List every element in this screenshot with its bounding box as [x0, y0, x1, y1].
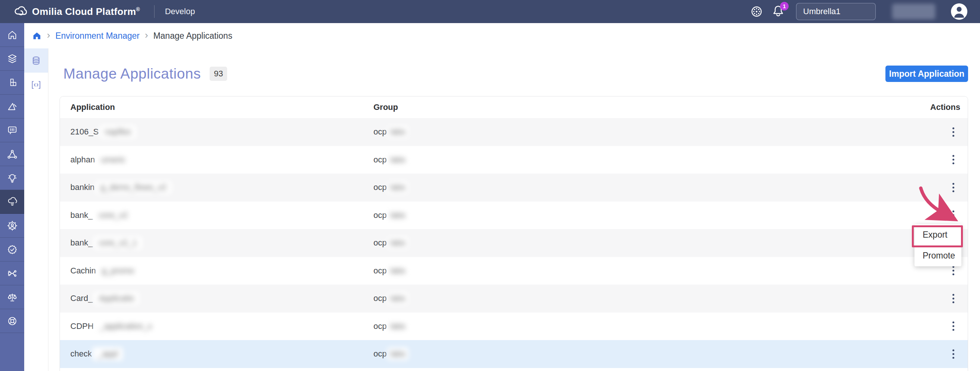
topbar-actions: 1 Umbrella1	[748, 3, 967, 20]
table-row[interactable]: CDPH_application_x ocplabs	[60, 312, 968, 341]
table-row-highlighted[interactable]: check_appl ocplabs	[60, 340, 968, 368]
redacted-text: labs	[387, 126, 408, 138]
topbar-divider	[154, 5, 154, 18]
table-row[interactable]: alphanumeric ocplabs	[60, 146, 968, 174]
group-name: ocp	[374, 293, 387, 303]
table-row[interactable]: Card_Applicatio ocplabs	[60, 285, 968, 312]
brand-title: Omilia Cloud Platform®	[32, 6, 140, 18]
breadcrumb-current-page: Manage Applications	[153, 31, 232, 41]
breadcrumb-home-icon[interactable]	[32, 31, 42, 41]
applications-table: Application Group Actions 2106_Snapfles …	[60, 96, 968, 371]
account-avatar[interactable]	[951, 3, 967, 20]
sidebar-item-quality-badge[interactable]	[0, 238, 24, 261]
cloud-logo-icon	[13, 5, 27, 19]
breadcrumb-chevron: ›	[47, 30, 50, 40]
redacted-text: labs	[387, 209, 408, 221]
row-actions-menu-button[interactable]	[950, 125, 957, 139]
application-name: bank_	[70, 210, 93, 220]
column-header-application: Application	[60, 102, 374, 112]
lightbulb-icon	[7, 172, 18, 184]
redacted-text: labs	[387, 153, 408, 166]
table-row[interactable]: Caching_promo ocplabs	[60, 257, 968, 285]
sidebar-item-cloud-deploy[interactable]	[0, 190, 24, 214]
context-menu-item-promote[interactable]: Promote	[915, 245, 961, 266]
sidebar-item-support[interactable]	[0, 309, 24, 333]
redacted-text: labs	[387, 347, 408, 360]
subnav-item-database[interactable]	[24, 48, 48, 73]
row-actions-menu-button[interactable]	[950, 208, 957, 222]
redacted-text: g_demo_flows_v2	[95, 181, 172, 194]
table-row[interactable]: bank_core_v2 ocplabs	[60, 202, 968, 229]
row-actions-menu-button[interactable]	[950, 181, 957, 194]
page-header: Manage Applications 93 Import Applicatio…	[63, 65, 968, 82]
import-application-button[interactable]: Import Application	[885, 65, 968, 82]
redacted-text: umeric	[96, 153, 131, 167]
redacted-text: core_v2	[94, 209, 133, 222]
redacted-text: Applicatio	[94, 291, 139, 305]
row-actions-menu-button[interactable]	[950, 153, 957, 167]
application-name: Card_	[70, 293, 93, 303]
redacted-text: napfles	[99, 125, 136, 139]
sidebar-item-compliance[interactable]	[0, 285, 24, 309]
column-header-group: Group	[374, 102, 896, 112]
redacted-text: labs	[387, 181, 408, 194]
sidebar-item-user-settings[interactable]	[0, 214, 24, 238]
tenant-selector[interactable]: Umbrella1	[796, 3, 876, 20]
column-header-actions: Actions	[896, 102, 968, 112]
group-name: ocp	[374, 322, 387, 331]
context-menu-item-export[interactable]: Export	[915, 224, 961, 245]
sidebar-item-home[interactable]	[0, 23, 24, 47]
table-row[interactable]: bank_core_v2_1 ocplabs	[60, 229, 968, 257]
applications-count-badge: 93	[210, 67, 227, 81]
table-row[interactable]: 2106_Snapfles ocplabs	[60, 118, 968, 146]
breadcrumb: › Environment Manager › Manage Applicati…	[24, 23, 980, 48]
group-name: ocp	[374, 238, 387, 248]
top-navbar: Omilia Cloud Platform® Develop	[0, 0, 980, 23]
group-name: ocp	[374, 183, 387, 192]
building-block-icon	[7, 78, 18, 88]
breadcrumb-chevron: ›	[145, 30, 148, 40]
sidebar-item-conversation[interactable]	[0, 118, 24, 142]
notifications-bell-icon[interactable]: 1	[770, 3, 786, 20]
application-name: 2106_S	[70, 127, 99, 137]
application-name: check	[70, 349, 92, 359]
redacted-text: _application_x	[94, 320, 157, 333]
sidebar-item-integrations[interactable]	[0, 261, 24, 285]
table-row[interactable]: banking_demo_flows_v2 ocplabs	[60, 174, 968, 202]
main-content: Manage Applications 93 Import Applicatio…	[48, 48, 980, 371]
primary-sidebar	[0, 23, 24, 371]
user-gear-icon	[7, 220, 18, 231]
notification-count-badge: 1	[780, 2, 789, 10]
row-context-menu: Export Promote	[915, 224, 961, 266]
redacted-text: _appl	[92, 347, 123, 361]
app-window: Omilia Cloud Platform® Develop	[0, 0, 980, 371]
sidebar-item-building-block[interactable]	[0, 71, 24, 95]
subnav-item-code[interactable]	[24, 73, 48, 97]
redacted-text: core_v2_1	[94, 236, 142, 250]
conversation-icon	[7, 125, 18, 136]
sidebar-item-network[interactable]	[0, 142, 24, 166]
sidebar-item-layers[interactable]	[0, 47, 24, 71]
breadcrumb-link-environment-manager[interactable]: Environment Manager	[56, 31, 140, 41]
row-actions-menu-button[interactable]	[950, 347, 957, 361]
table-header-row: Application Group Actions	[60, 97, 968, 118]
secondary-sidebar	[24, 48, 48, 371]
life-ring-icon	[7, 315, 18, 327]
row-actions-menu-button[interactable]	[950, 291, 957, 306]
page-title: Manage Applications	[63, 65, 201, 82]
orb-icon[interactable]	[748, 3, 765, 20]
badge-check-icon	[7, 244, 18, 255]
redacted-text: labs	[387, 237, 408, 249]
redacted-topbar-item	[892, 4, 935, 19]
home-icon	[7, 29, 18, 41]
sidebar-item-analytics[interactable]	[0, 95, 24, 118]
sidebar-item-ideas[interactable]	[0, 166, 24, 190]
row-actions-menu-button[interactable]	[950, 319, 957, 333]
network-icon	[7, 149, 18, 160]
scales-icon	[7, 291, 18, 303]
group-name: ocp	[374, 210, 387, 220]
layers-icon	[7, 53, 18, 64]
registered-mark: ®	[136, 6, 140, 12]
application-name: bankin	[70, 183, 95, 192]
redacted-text: labs	[387, 264, 408, 277]
